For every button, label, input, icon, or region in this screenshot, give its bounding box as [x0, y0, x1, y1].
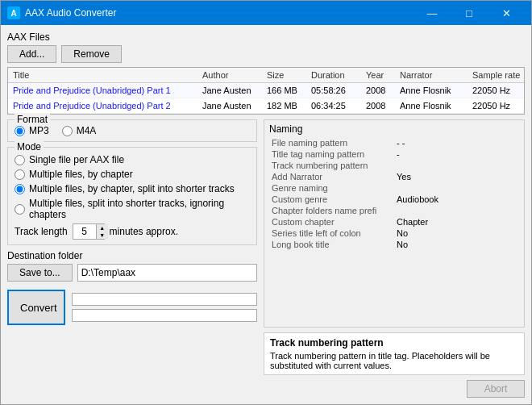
- mode-option-0: Single file per AAX file: [15, 154, 250, 165]
- naming-label: Naming: [269, 123, 519, 135]
- col-duration: Duration: [310, 69, 364, 81]
- mode-option-1: Multiple files, by chapter: [15, 169, 250, 180]
- mode-label-3: Multiple files, split into shorter track…: [29, 198, 250, 220]
- save-to-button[interactable]: Save to...: [7, 264, 73, 282]
- cell-duration: 06:34:25: [310, 100, 364, 111]
- naming-row: Custom chapter Chapter: [269, 216, 519, 228]
- mode-label-2: Multiple files, by chapter, split into s…: [29, 183, 235, 194]
- naming-row: Track numbering pattern: [269, 160, 519, 171]
- naming-key: Genre naming: [269, 182, 394, 194]
- col-title: Title: [11, 69, 201, 81]
- cell-size: 166 MB: [265, 85, 310, 96]
- table-row[interactable]: Pride and Prejudice (Unabridged) Part 2 …: [8, 98, 524, 114]
- cell-narrator: Anne Flosnik: [398, 100, 471, 111]
- naming-key: Custom chapter: [269, 216, 394, 228]
- abort-button[interactable]: Abort: [467, 380, 525, 398]
- files-table: Title Author Size Duration Year Narrator…: [7, 67, 525, 115]
- bottom-section: Format MP3 M4A Mode: [7, 119, 525, 398]
- destination-section: Destination folder Save to...: [7, 250, 257, 282]
- track-length-spinbox[interactable]: ▲ ▼: [73, 223, 105, 240]
- progress-bar-1: [72, 293, 257, 306]
- window-title: AAX Audio Converter: [25, 7, 414, 19]
- naming-key: Long book title: [269, 239, 394, 250]
- naming-row: Add Narrator Yes: [269, 171, 519, 182]
- aax-files-section: AAX Files Add... Remove Title Author Siz…: [7, 31, 525, 115]
- aax-files-label: AAX Files: [7, 31, 525, 43]
- dest-path-input[interactable]: [77, 264, 257, 282]
- cell-author: Jane Austen: [201, 85, 265, 96]
- naming-row: Genre naming: [269, 182, 519, 194]
- convert-button[interactable]: Convert: [7, 290, 65, 325]
- naming-row: Title tag naming pattern -: [269, 148, 519, 160]
- naming-row: Series title left of colon No: [269, 228, 519, 239]
- title-bar: A AAX Audio Converter — □ ✕: [1, 1, 531, 25]
- naming-key: Add Narrator: [269, 171, 394, 182]
- mode-options: Single file per AAX file Multiple files,…: [15, 154, 250, 220]
- cell-duration: 05:58:26: [310, 85, 364, 96]
- col-sample-rate: Sample rate: [471, 69, 525, 81]
- format-group: Format MP3 M4A: [7, 119, 257, 142]
- naming-value: Yes: [394, 171, 519, 182]
- table-row[interactable]: Pride and Prejudice (Unabridged) Part 1 …: [8, 83, 524, 98]
- naming-key: File naming pattern: [269, 137, 394, 148]
- table-body: Pride and Prejudice (Unabridged) Part 1 …: [8, 83, 524, 114]
- mode-label-0: Single file per AAX file: [29, 154, 124, 165]
- naming-value: No: [394, 239, 519, 250]
- cell-author: Jane Austen: [201, 100, 265, 111]
- format-label: Format: [15, 114, 50, 125]
- mp3-radio[interactable]: [15, 126, 25, 136]
- remove-button[interactable]: Remove: [61, 45, 122, 63]
- m4a-radio[interactable]: [62, 126, 73, 136]
- mode-option-3: Multiple files, split into shorter track…: [15, 198, 250, 220]
- close-button[interactable]: ✕: [488, 1, 525, 25]
- dest-folder-row: Save to...: [7, 264, 257, 282]
- minimize-button[interactable]: —: [414, 1, 451, 25]
- mode-radio-0[interactable]: [15, 155, 25, 165]
- maximize-button[interactable]: □: [451, 1, 488, 25]
- main-content: AAX Files Add... Remove Title Author Siz…: [1, 25, 531, 404]
- naming-row: Chapter folders name prefi: [269, 205, 519, 216]
- col-narrator: Narrator: [398, 69, 471, 81]
- naming-value: [394, 160, 519, 171]
- track-length-suffix: minutes approx.: [110, 226, 178, 237]
- main-window: A AAX Audio Converter — □ ✕ AAX Files Ad…: [0, 0, 532, 405]
- mode-option-2: Multiple files, by chapter, split into s…: [15, 183, 250, 194]
- spin-up[interactable]: ▲: [97, 224, 108, 232]
- naming-table: File naming pattern - - Title tag naming…: [269, 137, 519, 250]
- info-box-title: Track numbering pattern: [270, 337, 518, 349]
- m4a-label: M4A: [77, 125, 97, 136]
- mode-radio-2[interactable]: [15, 184, 25, 194]
- right-panel: Naming File naming pattern - - Title tag…: [264, 119, 525, 398]
- naming-value: No: [394, 228, 519, 239]
- cell-sample-rate: 22050 Hz: [471, 85, 525, 96]
- mode-label-1: Multiple files, by chapter: [29, 169, 133, 180]
- destination-label: Destination folder: [7, 250, 257, 261]
- cell-title: Pride and Prejudice (Unabridged) Part 1: [11, 85, 201, 96]
- progress-bar-2: [72, 309, 257, 322]
- col-size: Size: [265, 69, 310, 81]
- app-icon: A: [7, 6, 20, 19]
- mode-radio-3[interactable]: [15, 204, 25, 215]
- naming-value: [394, 205, 519, 216]
- mode-group: Mode Single file per AAX file Multiple f…: [7, 147, 257, 245]
- abort-row: Abort: [264, 380, 525, 398]
- cell-narrator: Anne Flosnik: [398, 85, 471, 96]
- spin-down[interactable]: ▼: [97, 232, 108, 239]
- naming-key: Chapter folders name prefi: [269, 205, 394, 216]
- col-year: Year: [364, 69, 398, 81]
- add-button[interactable]: Add...: [7, 45, 56, 63]
- table-header: Title Author Size Duration Year Narrator…: [8, 68, 524, 83]
- naming-key: Custom genre: [269, 194, 394, 205]
- naming-value: - -: [394, 137, 519, 148]
- convert-row: Convert: [7, 290, 257, 325]
- naming-key: Series title left of colon: [269, 228, 394, 239]
- naming-value: [394, 182, 519, 194]
- info-box: Track numbering pattern Track numbering …: [264, 332, 525, 375]
- m4a-option: M4A: [62, 125, 97, 136]
- naming-row: Long book title No: [269, 239, 519, 250]
- info-box-description: Track numbering pattern in title tag. Pl…: [270, 351, 518, 370]
- naming-value: Chapter: [394, 216, 519, 228]
- track-length-input[interactable]: [73, 226, 96, 237]
- naming-row: Custom genre Audiobook: [269, 194, 519, 205]
- mode-radio-1[interactable]: [15, 169, 25, 180]
